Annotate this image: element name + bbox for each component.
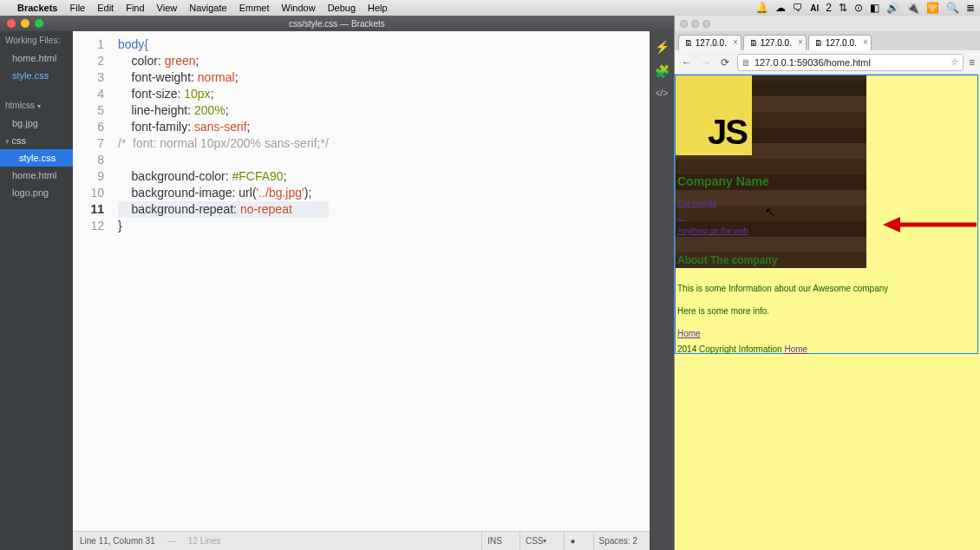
code-icon[interactable]: </> <box>656 88 668 98</box>
nav-link[interactable]: Our People <box>677 199 748 207</box>
right-toolbar: ⚡ 🧩 </> <box>650 31 674 550</box>
working-file-home[interactable]: home.html <box>0 49 73 67</box>
chrome-tabs: 🗎 127.0.0.×🗎 127.0.0.×🗎 127.0.0.× <box>675 31 980 50</box>
working-files-title: Working Files: <box>0 31 73 49</box>
back-icon[interactable]: ← <box>680 56 694 69</box>
reload-icon[interactable]: ⟳ <box>718 56 732 69</box>
copyright-home-link[interactable]: Home <box>784 344 807 354</box>
cloud-icon[interactable]: ☁ <box>775 2 786 14</box>
more-info-paragraph: Here is some more info. <box>677 306 769 316</box>
chat-icon[interactable]: 🗨 <box>793 2 803 14</box>
code-area[interactable]: body{ color: green; font-weight: normal;… <box>113 31 329 531</box>
brackets-window: css/style.css — Brackets Working Files: … <box>0 16 675 550</box>
line-count: 12 Lines <box>188 536 221 546</box>
minimize-icon[interactable] <box>691 20 699 28</box>
copyright: 2014 Copyright Information Home <box>677 344 807 354</box>
language-mode[interactable]: CSS ▾ <box>519 532 552 550</box>
menu-edit[interactable]: Edit <box>97 3 114 13</box>
about-paragraph: This is some Information about our Aweso… <box>677 284 888 293</box>
tree-logo[interactable]: logo.png <box>0 184 73 201</box>
app-name[interactable]: Brackets <box>17 3 57 13</box>
window-title: css/style.css — Brackets <box>0 19 674 29</box>
page-body: JS Company Name Our People … Anything on… <box>675 75 978 354</box>
tab-close-icon[interactable]: × <box>733 37 738 47</box>
power-icon[interactable]: 🔌 <box>906 2 919 14</box>
menu-window[interactable]: Window <box>282 3 316 13</box>
page-nav: Our People … Anything on the web <box>677 199 748 235</box>
mac-menu-bar: Brackets File Edit Find View Navigate Em… <box>0 0 980 16</box>
chrome-menu-icon[interactable]: ≡ <box>969 56 975 69</box>
spotlight-icon[interactable]: 🔍 <box>946 2 959 14</box>
logo: JS <box>676 75 752 155</box>
url-text: 127.0.0.1:59036/home.html <box>755 57 871 68</box>
live-preview-icon[interactable]: ⚡ <box>655 40 670 54</box>
logo-text: JS <box>708 113 747 152</box>
nav-link[interactable]: … <box>677 213 748 221</box>
project-title[interactable]: htmlcss ▾ <box>0 96 73 115</box>
cursor-position: Line 11, Column 31 <box>80 536 155 546</box>
bookmark-icon[interactable]: ☆ <box>951 56 959 68</box>
chrome-toolbar: ← → ⟳ 🗎 127.0.0.1:59036/home.html ☆ ≡ <box>675 50 980 75</box>
badge-2: 2 <box>826 2 832 14</box>
adobe-icon[interactable]: Al <box>810 3 819 13</box>
browser-tab[interactable]: 🗎 127.0.0.× <box>743 35 807 50</box>
volume-icon[interactable]: 🔊 <box>886 2 899 14</box>
close-icon[interactable] <box>7 19 16 28</box>
browser-tab[interactable]: 🗎 127.0.0.× <box>808 35 872 50</box>
forward-icon[interactable]: → <box>699 56 713 69</box>
wifi-icon[interactable]: 🛜 <box>926 2 939 14</box>
line-gutter: 123456789101112 <box>73 31 113 531</box>
insert-mode[interactable]: INS <box>481 532 507 550</box>
maximize-icon[interactable] <box>702 20 710 28</box>
maximize-icon[interactable] <box>35 19 43 28</box>
status-bar: Line 11, Column 31 — 12 Lines INS CSS ▾ … <box>73 531 650 550</box>
menu-view[interactable]: View <box>157 3 178 13</box>
tab-close-icon[interactable]: × <box>798 37 803 47</box>
tree-css-style[interactable]: style.css <box>0 149 73 167</box>
brackets-titlebar[interactable]: css/style.css — Brackets <box>0 16 674 31</box>
sync-icon[interactable]: ⊙ <box>854 2 863 14</box>
tree-bg[interactable]: bg.jpg <box>0 115 73 132</box>
display-icon[interactable]: ◧ <box>870 2 879 14</box>
extension-manager-icon[interactable]: 🧩 <box>655 64 670 78</box>
indent-mode[interactable]: Spaces: 2 <box>593 532 643 550</box>
notification-icon[interactable]: 🔔 <box>755 2 768 14</box>
browser-tab[interactable]: 🗎 127.0.0.× <box>678 35 742 50</box>
menubar-status-icons: 🔔 ☁ 🗨 Al 2 ⇅ ⊙ ◧ 🔊 🔌 🛜 🔍 ≣ <box>755 2 975 14</box>
working-file-style[interactable]: style.css <box>0 67 73 84</box>
notification-center-icon[interactable]: ≣ <box>966 2 975 14</box>
about-heading: About The company <box>677 254 777 266</box>
address-bar[interactable]: 🗎 127.0.0.1:59036/home.html ☆ <box>737 54 964 71</box>
menu-emmet[interactable]: Emmet <box>239 3 270 13</box>
status-dot[interactable]: ● <box>564 532 580 550</box>
menu-find[interactable]: Find <box>126 3 144 13</box>
chrome-titlebar[interactable] <box>675 16 980 31</box>
page-icon: 🗎 <box>742 57 751 68</box>
close-icon[interactable] <box>680 20 688 28</box>
page-viewport: JS Company Name Our People … Anything on… <box>675 75 980 550</box>
menu-file[interactable]: File <box>69 3 85 13</box>
tree-css-folder[interactable]: css <box>0 132 73 149</box>
minimize-icon[interactable] <box>21 19 29 28</box>
menu-help[interactable]: Help <box>368 3 388 13</box>
dropbox-icon[interactable]: ⇅ <box>839 2 847 14</box>
editor[interactable]: 123456789101112 body{ color: green; font… <box>73 31 650 550</box>
company-heading: Company Name <box>677 174 769 188</box>
menu-navigate[interactable]: Navigate <box>189 3 226 13</box>
nav-link[interactable]: Anything on the web <box>677 226 748 235</box>
tab-close-icon[interactable]: × <box>863 37 868 47</box>
home-link[interactable]: Home <box>677 329 701 338</box>
tree-home[interactable]: home.html <box>0 167 73 184</box>
menu-debug[interactable]: Debug <box>328 3 356 13</box>
chrome-window: 🗎 127.0.0.×🗎 127.0.0.×🗎 127.0.0.× ← → ⟳ … <box>675 16 980 550</box>
brackets-sidebar: Working Files: home.html style.css htmlc… <box>0 31 73 550</box>
